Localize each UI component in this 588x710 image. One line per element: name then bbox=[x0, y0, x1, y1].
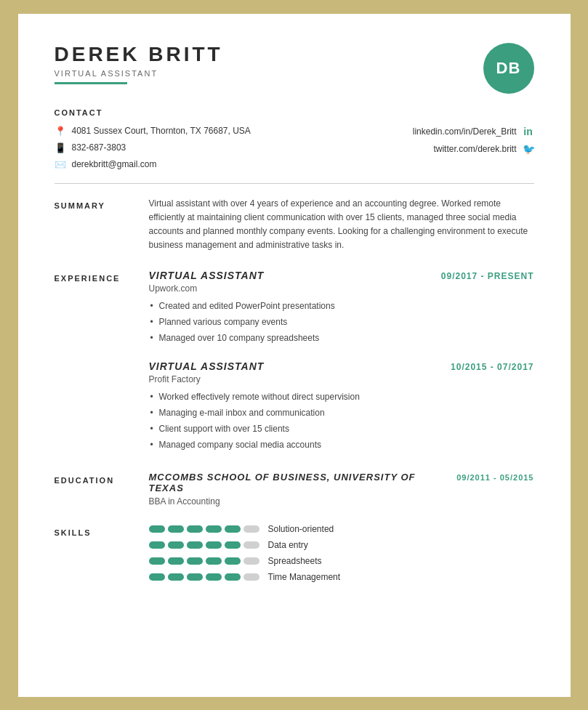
dot-3-2 bbox=[168, 557, 184, 565]
avatar: DB bbox=[483, 43, 534, 94]
skills-label-col: SKILLS bbox=[55, 524, 134, 588]
dot-4-6 bbox=[243, 573, 259, 581]
bullet-1-3: Managed over 10 company spreadsheets bbox=[149, 331, 534, 344]
job-date-2: 10/2015 - 07/2017 bbox=[451, 362, 533, 372]
experience-row: EXPERIENCE VIRTUAL ASSISTANT 09/2017 - P… bbox=[55, 270, 534, 454]
education-row: EDUCATION MCCOMBS SCHOOL OF BUSINESS, UN… bbox=[55, 472, 534, 507]
twitter-text: twitter.com/derek.britt bbox=[433, 144, 516, 154]
skills-label: SKILLS bbox=[55, 528, 92, 537]
skill-dots-1 bbox=[149, 525, 259, 533]
job-title-1: VIRTUAL ASSISTANT bbox=[149, 270, 265, 281]
job-block-2: VIRTUAL ASSISTANT 10/2015 - 07/2017 Prof… bbox=[149, 360, 534, 451]
dot-2-1 bbox=[149, 541, 165, 549]
twitter-icon: 🐦 bbox=[523, 143, 534, 155]
job-title-header: VIRTUAL ASSISTANT bbox=[55, 69, 223, 78]
skill-dots-3 bbox=[149, 557, 259, 565]
education-content: MCCOMBS SCHOOL OF BUSINESS, UNIVERSITY O… bbox=[149, 472, 534, 507]
skills-row: SKILLS Solution-oriented bbox=[55, 524, 534, 588]
section-divider bbox=[55, 183, 534, 184]
skills-content: Solution-oriented Data entry bbox=[149, 524, 534, 588]
skill-dots-4 bbox=[149, 573, 259, 581]
skill-row-4: Time Management bbox=[149, 572, 534, 582]
twitter-item: twitter.com/derek.britt 🐦 bbox=[413, 143, 534, 155]
dot-4-4 bbox=[206, 573, 222, 581]
education-label: EDUCATION bbox=[55, 476, 115, 485]
dot-2-3 bbox=[187, 541, 203, 549]
resume-header: DEREK BRITT VIRTUAL ASSISTANT DB bbox=[55, 43, 534, 94]
phone-text: 832-687-3803 bbox=[72, 142, 126, 153]
contact-section: CONTACT 📍 4081 Sussex Court, Thornton, T… bbox=[55, 108, 534, 170]
edu-header: MCCOMBS SCHOOL OF BUSINESS, UNIVERSITY O… bbox=[149, 472, 534, 493]
experience-label: EXPERIENCE bbox=[55, 274, 121, 283]
dot-3-5 bbox=[225, 557, 241, 565]
contact-left: 📍 4081 Sussex Court, Thornton, TX 76687,… bbox=[55, 126, 251, 170]
summary-text: Virtual assistant with over 4 years of e… bbox=[149, 197, 534, 253]
dot-2-6 bbox=[243, 541, 259, 549]
edu-school: MCCOMBS SCHOOL OF BUSINESS, UNIVERSITY O… bbox=[149, 472, 450, 493]
summary-label: SUMMARY bbox=[55, 201, 105, 210]
dot-1-6 bbox=[243, 525, 259, 533]
skill-row-1: Solution-oriented bbox=[149, 524, 534, 534]
job-bullets-2: Worked effectively remote without direct… bbox=[149, 390, 534, 451]
linkedin-text: linkedin.com/in/Derek_Britt bbox=[413, 126, 517, 137]
edu-date: 09/2011 - 05/2015 bbox=[456, 473, 533, 482]
summary-row: SUMMARY Virtual assistant with over 4 ye… bbox=[55, 197, 534, 253]
email-icon: ✉️ bbox=[55, 159, 66, 170]
dot-1-4 bbox=[206, 525, 222, 533]
skill-name-4: Time Management bbox=[268, 572, 341, 582]
contact-label: CONTACT bbox=[55, 108, 534, 117]
job-bullets-1: Created and edited PowerPoint presentati… bbox=[149, 299, 534, 344]
summary-content: Virtual assistant with over 4 years of e… bbox=[149, 197, 534, 253]
dot-4-1 bbox=[149, 573, 165, 581]
email-text: derekbritt@gmail.com bbox=[72, 159, 157, 169]
dot-3-4 bbox=[206, 557, 222, 565]
location-icon: 📍 bbox=[55, 126, 66, 137]
skill-row-2: Data entry bbox=[149, 540, 534, 550]
dot-4-2 bbox=[168, 573, 184, 581]
bullet-1-2: Planned various company events bbox=[149, 315, 534, 328]
contact-grid: 📍 4081 Sussex Court, Thornton, TX 76687,… bbox=[55, 126, 534, 170]
address-item: 📍 4081 Sussex Court, Thornton, TX 76687,… bbox=[55, 126, 251, 137]
bullet-2-2: Managing e-mail inbox and communication bbox=[149, 406, 534, 419]
skill-name-2: Data entry bbox=[268, 540, 308, 550]
bullet-2-1: Worked effectively remote without direct… bbox=[149, 390, 534, 403]
experience-content: VIRTUAL ASSISTANT 09/2017 - PRESENT Upwo… bbox=[149, 270, 534, 454]
dot-2-5 bbox=[225, 541, 241, 549]
skill-row-3: Spreadsheets bbox=[149, 556, 534, 566]
address-text: 4081 Sussex Court, Thornton, TX 76687, U… bbox=[72, 126, 251, 136]
bullet-1-1: Created and edited PowerPoint presentati… bbox=[149, 299, 534, 312]
dot-1-2 bbox=[168, 525, 184, 533]
phone-icon: 📱 bbox=[55, 142, 66, 153]
dot-3-3 bbox=[187, 557, 203, 565]
linkedin-item: linkedin.com/in/Derek_Britt in bbox=[413, 126, 534, 137]
experience-label-col: EXPERIENCE bbox=[55, 270, 134, 454]
job-company-2: Profit Factory bbox=[149, 374, 534, 384]
dot-1-1 bbox=[149, 525, 165, 533]
full-name: DEREK BRITT bbox=[55, 43, 223, 66]
job-company-1: Upwork.com bbox=[149, 283, 534, 294]
summary-label-col: SUMMARY bbox=[55, 197, 134, 253]
skill-name-3: Spreadsheets bbox=[268, 556, 322, 566]
job-header-1: VIRTUAL ASSISTANT 09/2017 - PRESENT bbox=[149, 270, 534, 281]
dot-3-1 bbox=[149, 557, 165, 565]
dot-1-5 bbox=[225, 525, 241, 533]
bullet-2-4: Managed company social media accounts bbox=[149, 438, 534, 451]
header-underline bbox=[55, 82, 127, 84]
dot-1-3 bbox=[187, 525, 203, 533]
job-block-1: VIRTUAL ASSISTANT 09/2017 - PRESENT Upwo… bbox=[149, 270, 534, 344]
job-title-2: VIRTUAL ASSISTANT bbox=[149, 360, 265, 372]
skill-name-1: Solution-oriented bbox=[268, 524, 334, 534]
education-label-col: EDUCATION bbox=[55, 472, 134, 507]
dot-3-6 bbox=[243, 557, 259, 565]
resume-container: DEREK BRITT VIRTUAL ASSISTANT DB CONTACT… bbox=[18, 14, 571, 697]
phone-item: 📱 832-687-3803 bbox=[55, 142, 251, 153]
job-header-2: VIRTUAL ASSISTANT 10/2015 - 07/2017 bbox=[149, 360, 534, 372]
dot-4-5 bbox=[225, 573, 241, 581]
email-item: ✉️ derekbritt@gmail.com bbox=[55, 159, 251, 170]
header-left: DEREK BRITT VIRTUAL ASSISTANT bbox=[55, 43, 223, 84]
dot-4-3 bbox=[187, 573, 203, 581]
job-date-1: 09/2017 - PRESENT bbox=[441, 271, 534, 281]
dot-2-4 bbox=[206, 541, 222, 549]
contact-right: linkedin.com/in/Derek_Britt in twitter.c… bbox=[413, 126, 534, 170]
skill-dots-2 bbox=[149, 541, 259, 549]
